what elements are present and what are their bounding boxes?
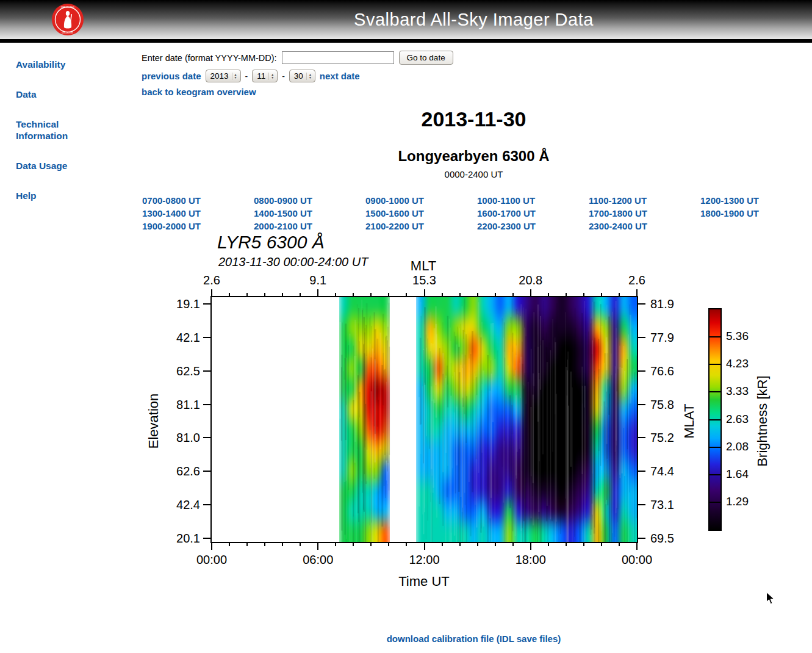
sidebar-item-data[interactable]: Data [16,88,95,100]
colorbar-tick-label: 5.36 [726,330,749,343]
bottom-axis-tick [229,542,230,546]
hour-link[interactable]: 0900-1000 UT [365,194,477,207]
main-content: Enter date (format YYYY-MM-DD): Go to da… [135,43,812,653]
colorbar-tick-label: 4.23 [726,357,749,370]
hour-link[interactable]: 1100-1200 UT [589,194,700,207]
top-axis-label: MLT [387,258,460,274]
day-value: 30 [294,71,303,81]
hour-link[interactable]: 0800-0900 UT [254,194,365,207]
date-separator: - [282,71,285,81]
bottom-axis-tick [424,542,425,550]
spinner-icon[interactable]: ▲▼ [232,73,239,80]
hour-link[interactable]: 1700-1800 UT [589,207,700,220]
year-select[interactable]: 2013 ▲▼ [206,70,241,82]
plot-title: LYR5 6300 Å [217,232,325,253]
bottom-tick-label: 00:00 [609,553,664,567]
plot-subtitle: 2013-11-30 00:00-24:00 UT [218,255,368,269]
hour-link[interactable]: 1800-1900 UT [700,207,812,220]
month-select[interactable]: 11 ▲▼ [252,70,278,82]
bottom-tick-label: 06:00 [290,553,345,567]
sidebar-item-data-usage[interactable]: Data Usage [16,160,95,171]
top-axis-tick [512,293,514,297]
day-select[interactable]: 30 ▲▼ [289,70,315,82]
spinner-icon[interactable]: ▲▼ [306,73,314,80]
bottom-axis-tick [335,542,336,546]
bottom-axis-tick [282,542,283,546]
top-axis-tick [335,293,336,297]
logo-cell: · UNIVERSITAS · · OSLOENSIS · [0,0,135,39]
header: · UNIVERSITAS · · OSLOENSIS · Svalbard A… [0,0,812,43]
station-title: Longyearbyen 6300 Å [135,148,812,165]
hour-link[interactable]: 1300-1400 UT [142,207,254,220]
right-axis-tick [637,337,645,338]
hour-link[interactable]: 1400-1500 UT [254,207,365,220]
hour-link[interactable]: 1000-1100 UT [477,194,589,207]
top-axis-tick [530,289,531,297]
bottom-axis-tick [388,542,389,546]
right-tick-label: 75.8 [650,398,693,412]
right-axis-tick [637,504,645,505]
top-tick-label: 2.6 [184,273,239,287]
colorbar-separator [710,364,720,365]
top-axis-tick [264,293,265,297]
sidebar-item-help[interactable]: Help [16,190,95,201]
top-axis-tick [211,289,212,297]
date-separator: - [245,71,248,81]
hour-link[interactable]: 1500-1600 UT [365,207,477,220]
download-calibration-link[interactable]: download calibration file (IDL save file… [387,633,561,644]
left-axis-tick [203,303,212,305]
go-to-date-button[interactable]: Go to date [399,51,453,65]
hour-link[interactable]: 1600-1700 UT [477,207,589,220]
top-axis-tick [636,289,638,297]
right-axis-tick [637,437,645,438]
back-to-keogram-link[interactable]: back to keogram overview [142,87,256,97]
hour-link[interactable]: 0700-0800 UT [142,194,254,207]
keogram-image [212,297,637,542]
colorbar-tick-label: 2.63 [726,413,749,426]
colorbar [708,308,722,531]
bottom-axis-tick [566,542,567,546]
left-tick-label: 81.1 [159,398,200,412]
right-tick-label: 75.2 [650,431,693,445]
right-axis-tick [637,471,645,472]
bottom-tick-label: 18:00 [503,553,558,567]
top-tick-label: 15.3 [397,273,452,287]
top-axis-tick [495,293,496,297]
right-tick-label: 81.9 [650,297,693,311]
date-input[interactable] [282,51,394,64]
bottom-axis-tick [548,542,549,546]
bottom-axis-tick [495,542,496,546]
colorbar-tick-label: 1.29 [726,495,749,508]
spinner-icon[interactable]: ▲▼ [268,73,276,80]
bottom-axis-tick [583,542,584,546]
right-tick-label: 73.1 [650,498,693,512]
sidebar: AvailabilityDataTechnical InformationDat… [0,43,135,653]
top-tick-label: 20.8 [503,273,558,287]
colorbar-separator [710,474,720,475]
previous-date-link[interactable]: previous date [142,71,201,81]
keogram-figure: LYR5 6300 Å 2013-11-30 00:00-24:00 UT ML… [135,231,810,604]
colorbar-separator [710,391,720,392]
left-tick-label: 42.4 [159,498,200,512]
hour-link[interactable]: 1200-1300 UT [700,194,812,207]
left-axis-tick [203,504,212,505]
left-tick-label: 62.5 [159,364,200,378]
left-tick-label: 62.6 [159,464,200,478]
sidebar-item-availability[interactable]: Availability [16,59,95,70]
bottom-axis-tick [370,542,372,546]
mouse-cursor [766,592,775,605]
left-axis-tick [203,337,212,338]
colorbar-tick-label: 3.33 [726,384,749,398]
top-axis-tick [246,293,248,297]
left-axis-tick [203,471,212,472]
right-axis-label: MLAT [681,360,697,482]
hour-links-grid: 0700-0800 UT0800-0900 UT0900-1000 UT1000… [142,194,812,233]
bottom-axis-tick [477,542,478,546]
top-tick-label: 9.1 [290,273,345,287]
top-axis-tick [300,293,301,297]
bottom-axis-tick [601,542,602,546]
bottom-axis-tick [619,542,620,546]
next-date-link[interactable]: next date [320,71,360,81]
bottom-axis-tick [211,542,212,550]
sidebar-item-technical-information[interactable]: Technical Information [16,118,95,142]
